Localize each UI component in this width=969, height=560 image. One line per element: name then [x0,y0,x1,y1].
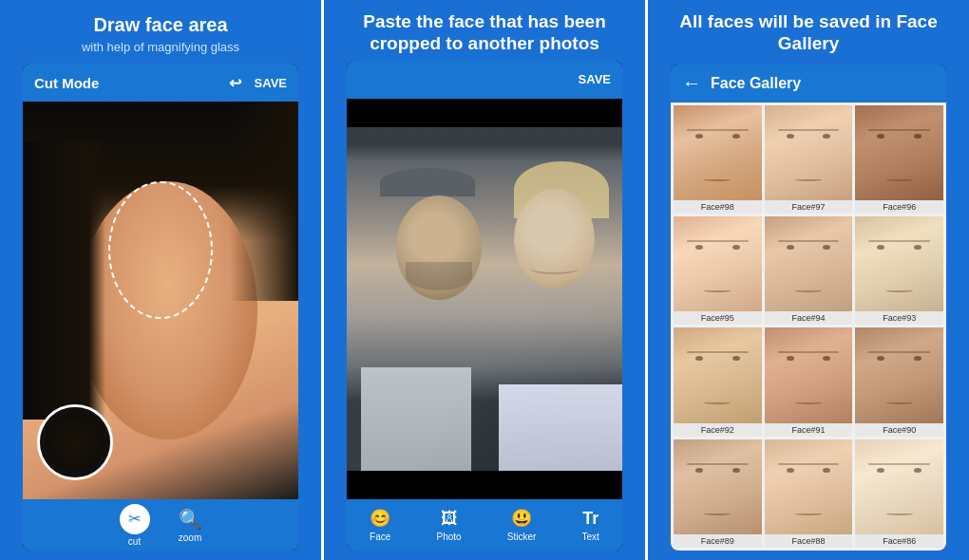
panel1-subtitle: with help of magnifying glass [65,40,256,64]
app-bar-right: ↩ SAVE [229,74,287,92]
face-icon: 😊 [370,508,390,529]
text-icon: Tr [582,509,598,529]
face-cell-f94[interactable]: Face#94 [765,216,853,325]
black-bar-bottom [347,471,622,499]
save-button-2[interactable]: SAVE [579,72,611,86]
panel3-title: All faces will be saved in Face Gallery [648,0,969,65]
gallery-app-bar: ← Face Gallery [671,65,946,103]
face-cell-f92[interactable]: Face#92 [674,327,762,436]
face-label-f93: Face#93 [855,311,943,325]
magnify-glass-circle [37,404,113,480]
face-thumb-f97 [765,105,853,200]
face-thumb-f91 [765,327,853,422]
face-thumb-f92 [674,327,762,422]
face-cell-f89[interactable]: Face#89 [674,439,762,548]
face-selection-oval [108,181,213,319]
face-tool-label: Face [370,532,390,542]
face-label-f94: Face#94 [765,311,853,325]
back-button[interactable]: ← [682,72,701,94]
app-bar-1: Cut Mode ↩ SAVE [23,64,298,102]
face-label-f89: Face#89 [674,534,762,548]
text-tool-label: Text [582,532,599,542]
face-label-f88: Face#88 [765,534,853,548]
face-label-f96: Face#96 [855,200,943,214]
face-thumb-f98 [674,105,762,200]
black-bar-top [347,99,622,127]
photo-icon: 🖼 [441,509,458,529]
text-tool[interactable]: Tr Text [582,509,599,542]
face-label-f98: Face#98 [674,200,762,214]
bottom-bar-2: 😊 Face 🖼 Photo 😃 Sticker Tr Text [347,499,622,551]
face-thumb-f96 [855,105,943,200]
face-right [514,189,595,289]
couple-photo-area [347,127,622,471]
panel1-title: Draw face area [76,0,244,40]
magnify-inner [40,407,110,477]
face-cell-f91[interactable]: Face#91 [765,327,853,436]
photo-area-1 [23,102,298,499]
face-grid: Face#98 Face#97 Face#96 Face#95 Face#94 … [671,103,946,551]
face-thumb-f95 [674,216,762,311]
panel-draw-face: Draw face area with help of magnifying g… [0,0,321,560]
face-label-f91: Face#91 [765,423,853,437]
sticker-tool-label: Sticker [507,532,537,542]
bottom-bar-1: ✂ cut 🔍 zoom [23,499,298,551]
cut-mode-label: Cut Mode [34,75,99,91]
app-bar-2: SAVE [347,61,622,99]
face-photo-bg [23,102,298,499]
save-button-1[interactable]: SAVE [255,76,287,90]
face-tool[interactable]: 😊 Face [370,508,390,542]
face-cell-f88[interactable]: Face#88 [765,439,853,548]
phone-mock-1: Cut Mode ↩ SAVE [23,64,298,551]
face-cell-f95[interactable]: Face#95 [674,216,762,325]
face-cell-f97[interactable]: Face#97 [765,105,853,214]
cap-shape [380,168,475,196]
undo-icon[interactable]: ↩ [229,74,241,92]
cut-icon: ✂ [128,510,141,528]
face-cell-f93[interactable]: Face#93 [855,216,943,325]
couple-photo-bg [347,127,622,471]
face-label-f95: Face#95 [674,311,762,325]
cut-label: cut [128,536,141,547]
face-label-f97: Face#97 [765,200,853,214]
panel2-title: Paste the face that has been cropped to … [324,0,645,61]
face-thumb-f93 [855,216,943,311]
photo-tool[interactable]: 🖼 Photo [436,509,461,542]
face-thumb-f88 [765,439,853,534]
face-label-f90: Face#90 [855,423,943,437]
face-thumb-f86 [855,439,943,534]
cut-tool-circle: ✂ [120,504,150,534]
face-label-f86: Face#86 [855,534,943,548]
face-thumb-f94 [765,216,853,311]
photo-tool-label: Photo [436,532,461,542]
zoom-tool[interactable]: 🔍 zoom [179,508,202,543]
face-label-f92: Face#92 [674,423,762,437]
sticker-icon: 😃 [511,508,532,529]
sticker-tool[interactable]: 😃 Sticker [507,508,537,542]
panel-face-gallery: All faces will be saved in Face Gallery … [645,0,969,560]
zoom-label: zoom [179,532,201,543]
face-cell-f98[interactable]: Face#98 [674,105,762,214]
face-cell-f96[interactable]: Face#96 [855,105,943,214]
face-cell-f86[interactable]: Face#86 [855,439,943,548]
zoom-icon: 🔍 [179,508,202,531]
gallery-title: Face Gallery [711,75,801,92]
face-thumb-f90 [855,327,943,422]
face-cell-f90[interactable]: Face#90 [855,327,943,436]
phone-mock-3: ← Face Gallery Face#98 Face#97 Face#96 F… [671,65,946,551]
panel-paste-face: Paste the face that has been cropped to … [321,0,645,560]
face-left [396,196,482,300]
face-thumb-f89 [674,439,762,534]
phone-mock-2: SAVE [347,61,622,551]
cut-tool[interactable]: ✂ cut [120,504,150,547]
